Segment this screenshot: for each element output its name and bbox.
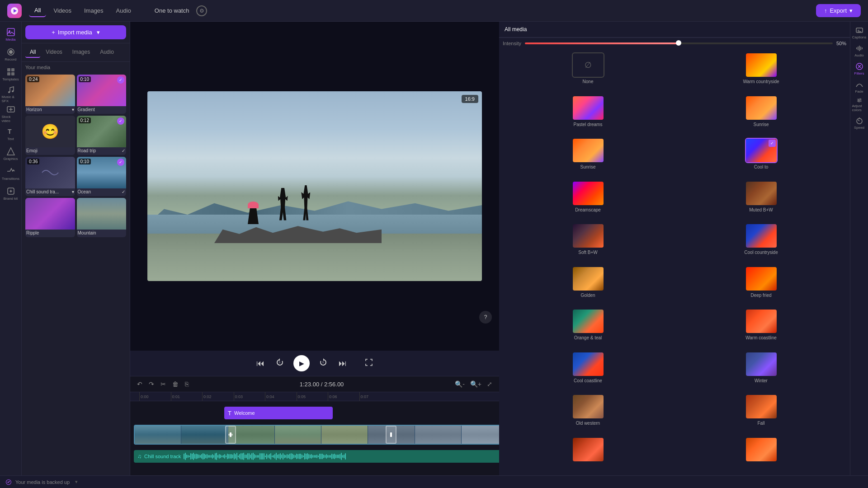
filter-item-old-western[interactable]: Old western [503, 394, 673, 434]
sidebar-item-text[interactable]: T Text [2, 125, 20, 143]
preview-video: 16:9 [147, 91, 482, 281]
aspect-ratio-badge: 16:9 [462, 95, 478, 103]
tab-images[interactable]: Images [79, 5, 109, 17]
filter-item-extra2[interactable] [676, 437, 846, 472]
tab-videos[interactable]: Videos [48, 5, 77, 17]
filter-item-soft-bw[interactable]: Soft B+W [503, 223, 673, 263]
media-item-emoji[interactable]: 😊 Emoji [25, 116, 75, 155]
play-button[interactable]: ▶ [293, 355, 310, 371]
filter-thumb-old-western [572, 394, 604, 419]
svg-rect-8 [7, 72, 10, 75]
filter-item-pastel-dreams[interactable]: Pastel dreams [503, 95, 673, 136]
project-settings-icon[interactable]: ⚙ [196, 5, 207, 16]
panel-icon-audio[interactable]: Audio [852, 43, 867, 58]
panel-icon-adjust[interactable]: Adjust colors [852, 98, 867, 112]
audio-clip-chill[interactable]: ♫ Chill sound track [134, 450, 499, 463]
filter-item-warm-coastline[interactable]: Warm coastline [676, 309, 846, 349]
media-item-ocean[interactable]: 0:10 ✓ Ocean ✓ [77, 157, 127, 196]
sidebar-item-graphics[interactable]: Graphics [2, 145, 20, 163]
svg-point-4 [9, 50, 13, 54]
panel-icon-captions[interactable]: Captions [852, 25, 867, 40]
media-tab-videos[interactable]: Videos [41, 47, 66, 58]
skip-back-button[interactable]: ⏮ [255, 357, 266, 370]
forward-button[interactable]: 5 [317, 356, 330, 371]
media-item-horizon[interactable]: 0:24 Horizon ▾ [25, 75, 75, 114]
fullscreen-button[interactable] [363, 357, 375, 371]
filter-item-dreamscape[interactable]: Dreamscape [503, 181, 673, 221]
tab-audio[interactable]: Audio [111, 5, 137, 17]
import-media-button[interactable]: + Import media ▾ [25, 25, 126, 39]
filter-item-warm-countryside[interactable]: Warm countryside [676, 52, 846, 93]
sidebar-item-transitions[interactable]: Transitions [2, 164, 20, 183]
media-tab-audio[interactable]: Audio [95, 47, 118, 58]
filter-item-cool-countryside[interactable]: Cool countryside [676, 223, 846, 263]
video-clip-main[interactable] [134, 425, 499, 445]
filter-item-deep-fried[interactable]: Deep fried [676, 266, 846, 306]
zoom-out-button[interactable]: 🔍- [453, 379, 466, 389]
filter-label-none: None [583, 79, 594, 84]
svg-rect-6 [7, 68, 10, 71]
panel-icon-filters[interactable]: Filters [852, 61, 867, 76]
filter-item-sunrise2[interactable]: Sunrise [503, 138, 673, 178]
sidebar-item-record[interactable]: Record [2, 45, 20, 63]
redo-button[interactable]: ↷ [147, 379, 156, 389]
media-tab-images[interactable]: Images [68, 47, 94, 58]
intensity-slider[interactable] [525, 42, 833, 44]
media-item-mountain[interactable]: Mountain [77, 198, 127, 237]
filter-thumb-orange-teal [572, 309, 604, 334]
svg-point-24 [859, 99, 861, 100]
media-tab-all[interactable]: All [25, 47, 40, 58]
svg-text:5: 5 [279, 361, 281, 364]
filter-label-cool-countryside: Cool countryside [744, 250, 778, 255]
help-button[interactable]: ? [479, 311, 492, 324]
copy-button[interactable]: ⎘ [184, 379, 190, 389]
sidebar-item-templates[interactable]: Templates [2, 65, 20, 83]
filter-item-orange-teal[interactable]: Orange & teal [503, 309, 673, 349]
filter-label-warm-countryside: Warm countryside [743, 79, 779, 84]
timeline-zoom: 🔍- 🔍+ ⤢ [453, 379, 494, 389]
fit-timeline-button[interactable]: ⤢ [486, 379, 494, 389]
video-track-row [134, 425, 495, 445]
intensity-handle[interactable] [676, 40, 681, 46]
text-clip-welcome[interactable]: T Welcome [224, 407, 333, 419]
rewind-button[interactable]: 5 [274, 356, 286, 371]
filter-item-sunrise1[interactable]: Sunrise [676, 95, 846, 136]
audio-waveform [184, 453, 499, 460]
filter-item-extra1[interactable] [503, 437, 673, 472]
panel-icon-fade[interactable]: Fade [852, 80, 867, 94]
filter-item-muted-bw[interactable]: Muted B+W [676, 181, 846, 221]
media-item-chill-sound[interactable]: 0:36 Chill sound tra... ▾ [25, 157, 75, 196]
filter-item-none[interactable]: ∅ None [503, 52, 673, 93]
cut-button[interactable]: ✂ [159, 379, 167, 389]
clip-split-marker-left[interactable] [225, 426, 236, 444]
sidebar-item-media[interactable]: Media [2, 25, 20, 43]
top-bar-right: ↑ Export ▾ [816, 4, 861, 17]
media-item-road-trip[interactable]: 0:12 ✓ Road trip ✓ [77, 116, 127, 155]
media-item-ripple[interactable]: Ripple [25, 198, 75, 237]
svg-rect-9 [11, 72, 14, 75]
person1 [278, 188, 288, 221]
clip-split-marker-right[interactable] [386, 426, 396, 444]
export-button[interactable]: ↑ Export ▾ [816, 4, 861, 17]
sidebar-item-brand[interactable]: Brand kit [2, 184, 20, 202]
filter-item-winter[interactable]: Winter [676, 352, 846, 392]
tab-all[interactable]: All [29, 4, 46, 17]
undo-button[interactable]: ↶ [136, 379, 144, 389]
filter-item-golden[interactable]: Golden [503, 266, 673, 306]
media-item-gradient[interactable]: 0:10 ✓ Gradient [77, 75, 127, 114]
zoom-in-button[interactable]: 🔍+ [469, 379, 483, 389]
filter-item-fall[interactable]: Fall [676, 394, 846, 434]
skip-forward-button[interactable]: ⏭ [337, 357, 349, 370]
sidebar-item-stock[interactable]: Stock video [2, 105, 20, 123]
preview-container: 16:9 ? [130, 22, 499, 351]
delete-button[interactable]: 🗑 [171, 379, 180, 389]
top-tabs: All Videos Images Audio [29, 4, 137, 17]
filter-item-cool-coastline[interactable]: Cool coastline [503, 352, 673, 392]
sidebar-item-music[interactable]: Music & SFX [2, 85, 20, 103]
filter-panel: All media Intensity 50% ∅ None [499, 22, 850, 475]
filter-item-cool-to[interactable]: ✓ Cool to [676, 138, 846, 178]
panel-icon-speed[interactable]: Speed [852, 116, 867, 130]
video-track-content [134, 425, 495, 445]
scene-background [147, 91, 482, 281]
text-track-row: T Welcome [134, 403, 495, 423]
